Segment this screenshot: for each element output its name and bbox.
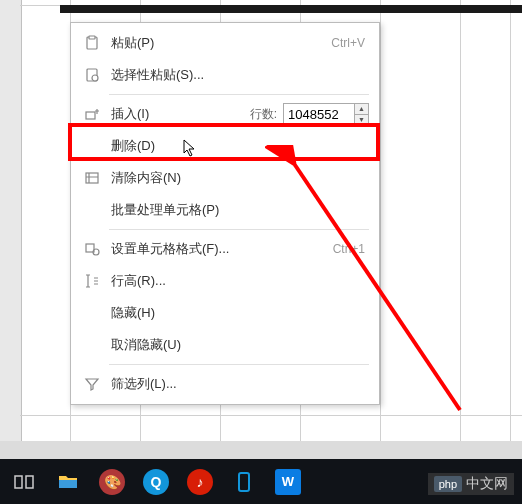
qq-icon[interactable]: Q xyxy=(134,463,178,501)
menu-shortcut: Ctrl+V xyxy=(331,36,369,50)
menu-row-height[interactable]: 行高(R)... xyxy=(71,265,379,297)
svg-rect-4 xyxy=(86,112,95,119)
menu-paste-special[interactable]: 选择性粘贴(S)... xyxy=(71,59,379,91)
svg-rect-12 xyxy=(239,473,249,491)
menu-paste[interactable]: 粘贴(P) Ctrl+V xyxy=(71,27,379,59)
menu-divider xyxy=(109,94,369,95)
menu-label: 取消隐藏(U) xyxy=(103,336,369,354)
menu-label: 粘贴(P) xyxy=(103,34,331,52)
menu-divider xyxy=(109,229,369,230)
svg-rect-5 xyxy=(86,173,98,183)
spinner-up[interactable]: ▲ xyxy=(355,104,368,115)
unhide-icon xyxy=(81,336,103,354)
svg-rect-11 xyxy=(59,480,77,488)
netease-music-icon[interactable]: ♪ xyxy=(178,463,222,501)
menu-label: 插入(I) xyxy=(103,105,163,123)
file-explorer-icon[interactable] xyxy=(46,463,90,501)
svg-rect-9 xyxy=(15,476,22,488)
rows-input[interactable] xyxy=(283,103,355,125)
menu-delete[interactable]: 删除(D) xyxy=(71,130,379,162)
row-header-column xyxy=(0,0,22,445)
hide-icon xyxy=(81,304,103,322)
svg-rect-1 xyxy=(89,36,95,39)
wps-icon[interactable]: W xyxy=(266,463,310,501)
menu-hide[interactable]: 隐藏(H) xyxy=(71,297,379,329)
watermark: php 中文网 xyxy=(428,473,514,495)
paste-special-icon xyxy=(81,66,103,84)
menu-label: 删除(D) xyxy=(103,137,369,155)
watermark-logo: php xyxy=(434,476,462,492)
rows-label: 行数: xyxy=(250,106,277,123)
rows-spinner: ▲ ▼ xyxy=(355,103,369,125)
menu-shortcut: Ctrl+1 xyxy=(333,242,369,256)
bottom-strip xyxy=(0,441,522,459)
context-menu: 粘贴(P) Ctrl+V 选择性粘贴(S)... 插入(I) 行数: ▲ ▼ 删… xyxy=(70,22,380,405)
menu-label: 批量处理单元格(P) xyxy=(103,201,369,219)
phone-icon[interactable] xyxy=(222,463,266,501)
menu-format-cells[interactable]: 设置单元格格式(F)... Ctrl+1 xyxy=(71,233,379,265)
format-cells-icon xyxy=(81,240,103,258)
watermark-text: 中文网 xyxy=(466,475,508,493)
menu-label: 行高(R)... xyxy=(103,272,369,290)
menu-label: 清除内容(N) xyxy=(103,169,369,187)
menu-clear-content[interactable]: 清除内容(N) xyxy=(71,162,379,194)
menu-label: 隐藏(H) xyxy=(103,304,369,322)
menu-batch-cells[interactable]: 批量处理单元格(P) xyxy=(71,194,379,226)
menu-label: 选择性粘贴(S)... xyxy=(103,66,369,84)
menu-label: 筛选列(L)... xyxy=(103,375,369,393)
menu-insert-row[interactable]: 插入(I) 行数: ▲ ▼ xyxy=(71,98,379,130)
filter-icon xyxy=(81,375,103,393)
clear-icon xyxy=(81,169,103,187)
menu-unhide[interactable]: 取消隐藏(U) xyxy=(71,329,379,361)
batch-icon xyxy=(81,201,103,219)
delete-icon xyxy=(81,137,103,155)
paste-icon xyxy=(81,34,103,52)
row-height-icon xyxy=(81,272,103,290)
menu-filter-column[interactable]: 筛选列(L)... xyxy=(71,368,379,400)
task-view-icon[interactable] xyxy=(2,463,46,501)
spinner-down[interactable]: ▼ xyxy=(355,115,368,125)
menu-label: 设置单元格格式(F)... xyxy=(103,240,333,258)
svg-rect-10 xyxy=(26,476,33,488)
palette-icon[interactable]: 🎨 xyxy=(90,463,134,501)
menu-divider xyxy=(109,364,369,365)
top-selection-bar xyxy=(60,5,522,13)
svg-point-3 xyxy=(92,75,98,81)
insert-icon xyxy=(81,105,103,123)
